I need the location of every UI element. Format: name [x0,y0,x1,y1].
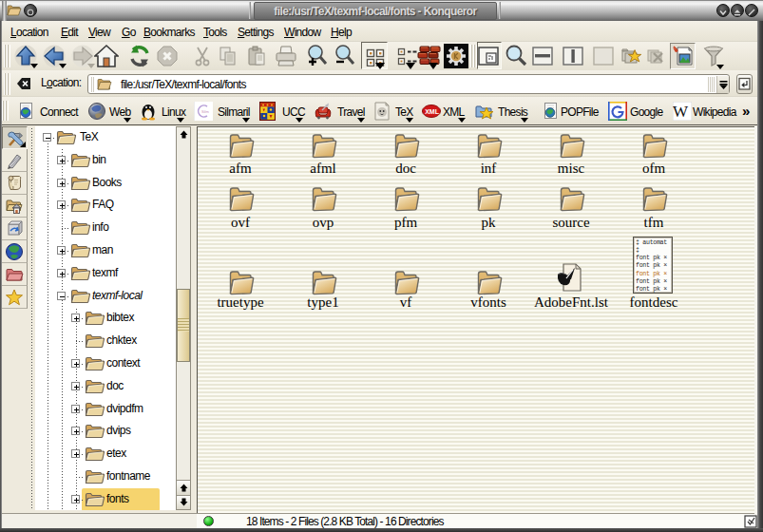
svg-text:font pk ×: font pk × [636,255,667,261]
svg-text:‡: ‡ [636,247,639,254]
svg-text:‡ automat: ‡ automat [636,239,667,246]
svg-text:XML: XML [425,108,440,115]
svg-text:font pk ×: font pk × [636,262,667,269]
svg-text:font pk ×: font pk × [636,271,667,277]
svg-text:font pk ×: font pk × [636,286,667,293]
svg-text:Silm: Silm [201,109,209,114]
svg-text:font pk ×: font pk × [636,278,667,285]
svg-text:W: W [673,103,689,121]
